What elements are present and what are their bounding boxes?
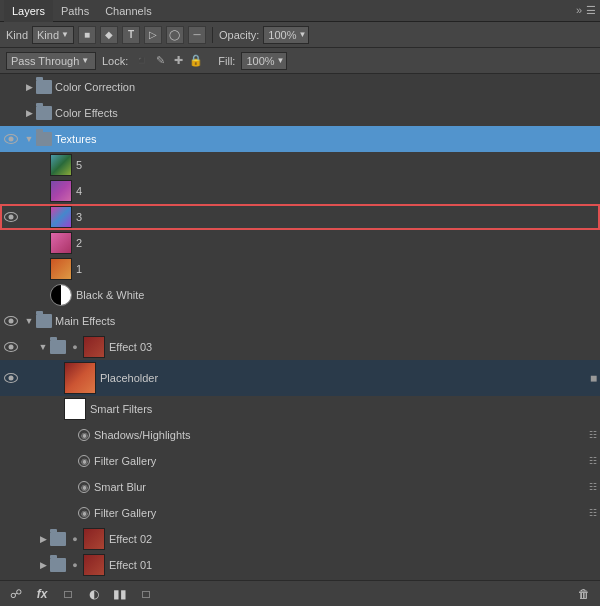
layer-row[interactable]: ▶ ● Effect 01 (0, 552, 600, 578)
layer-name: Filter Gallery (94, 455, 596, 467)
visibility-toggle[interactable] (0, 134, 22, 144)
expand-toggle[interactable]: ▼ (36, 342, 50, 352)
layer-thumbnail (50, 232, 72, 254)
layer-name: Effect 03 (109, 341, 596, 353)
adjust-sliders-icon[interactable]: ☷ (588, 507, 598, 519)
layer-row[interactable]: 1 (0, 256, 600, 282)
opacity-label: Opacity: (219, 29, 259, 41)
thumb-image (51, 181, 71, 201)
layer-name: Smart Blur (94, 481, 596, 493)
folder-icon (36, 132, 52, 146)
right-icons: ☷ (588, 429, 598, 441)
filter-kind-label: Kind (6, 29, 28, 41)
add-mask-button[interactable]: □ (58, 584, 78, 604)
layer-name: Color Correction (55, 81, 596, 93)
lock-paint-icon[interactable]: ✎ (152, 53, 168, 69)
add-layer-style-button[interactable]: fx (32, 584, 52, 604)
eye-icon[interactable] (4, 212, 18, 222)
layer-row[interactable]: ▶ ● Effect 02 (0, 526, 600, 552)
filter-kind-dropdown[interactable]: Kind ▼ (32, 26, 74, 44)
layer-name: 4 (76, 185, 596, 197)
blend-toolbar: Pass Through ▼ Lock: ◾ ✎ ✚ 🔒 Fill: 100% … (0, 48, 600, 74)
expand-toggle[interactable]: ▶ (36, 534, 50, 544)
layer-thumbnail (83, 336, 105, 358)
thumb-image (51, 285, 71, 305)
chain-icon: ● (69, 559, 81, 571)
layer-row[interactable]: 5 (0, 152, 600, 178)
layer-thumbnail (64, 362, 96, 394)
lock-all-icon[interactable]: 🔒 (188, 53, 204, 69)
lock-label: Lock: (102, 55, 128, 67)
layer-row[interactable]: ▼ ● Effect 03 (0, 334, 600, 360)
layer-thumbnail (50, 180, 72, 202)
layer-name: Smart Filters (90, 403, 596, 415)
layer-name: 1 (76, 263, 596, 275)
expand-toggle[interactable]: ▶ (22, 108, 36, 118)
filter-pixel-icon[interactable]: ■ (78, 26, 96, 44)
layer-row[interactable]: ◉ Filter Gallery ☷ (0, 448, 600, 474)
layer-thumbnail (50, 258, 72, 280)
tab-channels[interactable]: Channels (97, 0, 159, 22)
new-layer-button[interactable]: □ (136, 584, 156, 604)
link-layers-button[interactable]: ☍ (6, 584, 26, 604)
adjust-sliders-icon[interactable]: ☷ (588, 481, 598, 493)
right-icons: ☷ (588, 507, 598, 519)
filter-adjustment-icon[interactable]: ◆ (100, 26, 118, 44)
layer-thumbnail (64, 398, 86, 420)
filter-type-icon[interactable]: T (122, 26, 140, 44)
layer-row[interactable]: ◉ Filter Gallery ☷ (0, 500, 600, 526)
visibility-toggle[interactable] (0, 342, 22, 352)
new-group-button[interactable]: ▮▮ (110, 584, 130, 604)
eye-icon[interactable] (4, 134, 18, 144)
expand-toggle[interactable]: ▶ (36, 560, 50, 570)
tab-layers[interactable]: Layers (4, 0, 53, 22)
panel-menu-icon[interactable]: ☰ (586, 4, 596, 17)
adjust-sliders-icon[interactable]: ☷ (588, 429, 598, 441)
eye-icon[interactable] (4, 373, 18, 383)
layer-row[interactable]: ◉ Smart Blur ☷ (0, 474, 600, 500)
tab-paths[interactable]: Paths (53, 0, 97, 22)
expand-toggle[interactable]: ▶ (22, 82, 36, 92)
layer-row[interactable]: ▶ Color Effects (0, 100, 600, 126)
layer-thumbnail (83, 554, 105, 576)
delete-layer-button[interactable]: 🗑 (574, 584, 594, 604)
layer-row[interactable]: Smart Filters (0, 396, 600, 422)
lock-position-icon[interactable]: ✚ (170, 53, 186, 69)
filter-smart-icon[interactable]: ◯ (166, 26, 184, 44)
expand-toggle[interactable]: ▼ (22, 316, 36, 326)
visibility-toggle[interactable] (0, 316, 22, 326)
lock-transparent-icon[interactable]: ◾ (134, 53, 150, 69)
visibility-toggle[interactable] (0, 212, 22, 222)
layer-row[interactable]: Placeholder ◼ (0, 360, 600, 396)
eye-icon[interactable] (4, 342, 18, 352)
filter-eye-icon: ◉ (78, 429, 90, 441)
folder-icon (50, 532, 66, 546)
folder-icon (50, 340, 66, 354)
layer-name: Black & White (76, 289, 596, 301)
layer-row[interactable]: 3 (0, 204, 600, 230)
filter-extra-icon[interactable]: ─ (188, 26, 206, 44)
visibility-toggle[interactable] (0, 373, 22, 383)
layer-row[interactable]: ▶ Color Correction (0, 74, 600, 100)
right-icons: ◼ (589, 372, 598, 384)
layer-list[interactable]: ▶ Color Correction ▶ Color Effects ▼ Tex… (0, 74, 600, 580)
adjust-sliders-icon[interactable]: ☷ (588, 455, 598, 467)
expand-icon[interactable]: » (576, 4, 582, 17)
filter-shape-icon[interactable]: ▷ (144, 26, 162, 44)
layer-row[interactable]: 2 (0, 230, 600, 256)
opacity-dropdown[interactable]: 100% ▼ (263, 26, 309, 44)
blend-mode-dropdown[interactable]: Pass Through ▼ (6, 52, 96, 70)
layer-thumbnail (50, 284, 72, 306)
new-adjustment-button[interactable]: ◐ (84, 584, 104, 604)
expand-toggle[interactable]: ▼ (22, 134, 36, 144)
fill-dropdown[interactable]: 100% ▼ (241, 52, 287, 70)
adjust-icon[interactable]: ◼ (589, 372, 598, 384)
layer-row[interactable]: 4 (0, 178, 600, 204)
layer-row[interactable]: ▼ Textures (0, 126, 600, 152)
layer-row[interactable]: Black & White (0, 282, 600, 308)
layer-row[interactable]: ▼ Main Effects (0, 308, 600, 334)
layer-row[interactable]: Background 🔒 (0, 578, 600, 580)
eye-icon[interactable] (4, 316, 18, 326)
filter-eye-icon: ◉ (78, 507, 90, 519)
layer-row[interactable]: ◉ Shadows/Highlights ☷ (0, 422, 600, 448)
